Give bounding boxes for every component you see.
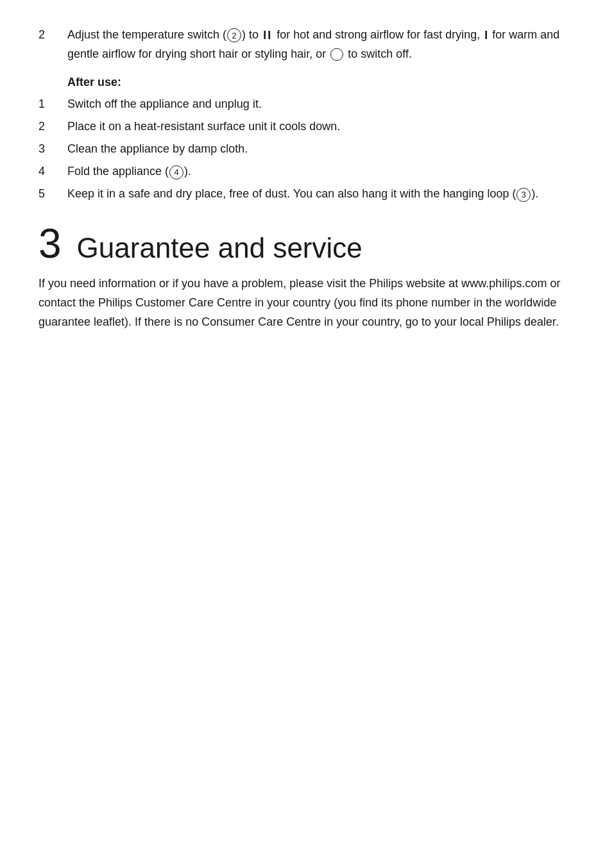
- after-use-step-2: 2 Place it on a heat-resistant surface u…: [38, 118, 574, 135]
- circled-4: 4: [169, 165, 183, 179]
- icon-II: II: [263, 26, 272, 45]
- step-3-au-text: Clean the appliance by damp cloth.: [67, 140, 574, 158]
- step-4-au-text: Fold the appliance (4).: [67, 163, 574, 180]
- icon-I: I: [484, 26, 488, 45]
- step-2-au-text: Place it on a heat-resistant surface uni…: [67, 118, 574, 135]
- step-2-au-number: 2: [38, 118, 67, 135]
- step-4-au-number: 4: [38, 163, 67, 180]
- step-2-number: 2: [38, 26, 67, 63]
- after-use-step-3: 3 Clean the appliance by damp cloth.: [38, 140, 574, 158]
- step-5-text-after: ).: [531, 187, 538, 200]
- after-use-heading: After use:: [67, 76, 574, 89]
- after-use-step-1: 1 Switch off the appliance and unplug it…: [38, 96, 574, 113]
- step-4-text-before: Fold the appliance (: [67, 165, 169, 178]
- section-3-body: If you need information or if you have a…: [38, 274, 574, 331]
- step-5-au-number: 5: [38, 185, 67, 203]
- after-use-step-4: 4 Fold the appliance (4).: [38, 163, 574, 180]
- after-use-step-5: 5 Keep it in a safe and dry place, free …: [38, 185, 574, 203]
- step-4-text-after: ).: [184, 165, 191, 178]
- step-1-number: 1: [38, 96, 67, 113]
- step-1-text: Switch off the appliance and unplug it.: [67, 96, 574, 113]
- circled-2: 2: [227, 28, 241, 42]
- step-5-au-text: Keep it in a safe and dry place, free of…: [67, 185, 574, 203]
- icon-off-circle: [330, 48, 343, 61]
- circled-3: 3: [516, 188, 531, 202]
- section-3-heading: 3 Guarantee and service: [38, 223, 574, 264]
- section-3-number: 3: [38, 223, 62, 264]
- step-2: 2 Adjust the temperature switch (2) to I…: [38, 26, 574, 63]
- section-3-title: Guarantee and service: [77, 233, 362, 263]
- step-3-au-number: 3: [38, 140, 67, 158]
- step-2-text: Adjust the temperature switch (2) to II …: [67, 26, 574, 63]
- step-5-text-before: Keep it in a safe and dry place, free of…: [67, 187, 516, 200]
